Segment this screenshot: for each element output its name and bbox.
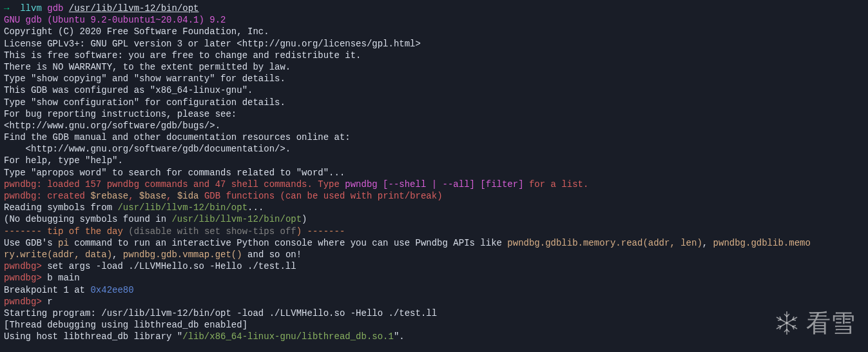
base-fn: $base bbox=[139, 191, 166, 201]
pwndbg-loaded-end: for a list. bbox=[524, 179, 589, 190]
ida-fn: $ida bbox=[177, 191, 199, 201]
pwndbg-created: pwndbg: created $rebase, $base, $ida GDB… bbox=[4, 190, 864, 202]
prompt-line: → llvm gdb /usr/lib/llvm-12/bin/opt bbox=[4, 3, 864, 14]
pwndbg-prompt: pwndbg> bbox=[4, 261, 42, 271]
copyright-4: Type "show copying" and "show warranty" … bbox=[4, 73, 864, 84]
api-vmmap: pwndbg.gdb.vmmap.get() bbox=[123, 249, 242, 260]
cmd-setargs: pwndbg> set args -load ./LLVMHello.so -H… bbox=[4, 260, 864, 272]
prompt-arrow: → bbox=[4, 3, 9, 14]
thread-debug: [Thread debugging using libthread_db ena… bbox=[4, 319, 864, 331]
pwndbg-filter: pwndbg [--shell | --all] [filter] bbox=[345, 179, 523, 190]
pwndbg-prompt: pwndbg> bbox=[4, 297, 42, 307]
pwndbg-label: pwndbg: bbox=[4, 179, 42, 190]
cmd-run: pwndbg> r bbox=[4, 296, 864, 308]
copyright-9: Find the GDB manual and other documentat… bbox=[4, 132, 864, 143]
copyright-8: <http://www.gnu.org/software/gdb/bugs/>. bbox=[4, 120, 864, 132]
symbols-path: /usr/lib/llvm-12/bin/opt bbox=[117, 202, 247, 213]
copyright-13: Type "apropos word" to search for comman… bbox=[4, 167, 864, 179]
copyright-2: This is free software: you are free to c… bbox=[4, 50, 864, 61]
libthread-path: /lib/x86_64-linux-gnu/libthread_db.so.1 bbox=[182, 331, 394, 342]
tip-body-2: ry.write(addr, data), pwndbg.gdb.vmmap.g… bbox=[4, 249, 864, 260]
tip-header: ------- tip of the day (disable with set… bbox=[4, 226, 864, 237]
no-debug-symbols: (No debugging symbols found in /usr/lib/… bbox=[4, 213, 864, 225]
copyright-1: License GPLv3+: GNU GPL version 3 or lat… bbox=[4, 38, 864, 50]
pwndbg-label: pwndbg: bbox=[4, 191, 42, 201]
pi-cmd: pi bbox=[58, 238, 69, 248]
prompt-cmd2: gdb bbox=[47, 3, 63, 14]
prompt-path: /usr/lib/llvm-12/bin/opt bbox=[69, 3, 199, 14]
reading-symbols: Reading symbols from /usr/lib/llvm-12/bi… bbox=[4, 202, 864, 213]
tip-body-1: Use GDB's pi command to run an interacti… bbox=[4, 237, 864, 249]
copyright-7: For bug reporting instructions, please s… bbox=[4, 108, 864, 120]
rebase-fn: $rebase bbox=[90, 191, 128, 201]
breakpoint-line: Breakpoint 1 at 0x42ee80 bbox=[4, 284, 864, 296]
tip-label: tip of the day bbox=[47, 226, 123, 237]
terminal-output[interactable]: → llvm gdb /usr/lib/llvm-12/bin/opt GNU … bbox=[4, 3, 864, 342]
copyright-0: Copyright (C) 2020 Free Software Foundat… bbox=[4, 26, 864, 37]
copyright-10: <http://www.gnu.org/software/gdb/documen… bbox=[4, 143, 864, 155]
pwndbg-loaded: pwndbg: loaded 157 pwndbg commands and 4… bbox=[4, 179, 864, 190]
api-memread: pwndbg.gdblib.memory.read(addr, len) bbox=[507, 238, 702, 248]
copyright-3: There is NO WARRANTY, to the extent perm… bbox=[4, 61, 864, 73]
starting-program: Starting program: /usr/lib/llvm-12/bin/o… bbox=[4, 308, 864, 319]
copyright-6: Type "show configuration" for configurat… bbox=[4, 97, 864, 108]
prompt-cmd1: llvm bbox=[20, 3, 42, 14]
copyright-12: For help, type "help". bbox=[4, 155, 864, 166]
host-lib: Using host libthread_db library "/lib/x8… bbox=[4, 331, 864, 342]
api-memwrite-a: pwndbg.gdblib.memo bbox=[713, 238, 811, 248]
gdb-banner: GNU gdb (Ubuntu 9.2-0ubuntu1~20.04.1) 9.… bbox=[4, 14, 864, 26]
copyright-5: This GDB was configured as "x86_64-linux… bbox=[4, 84, 864, 96]
breakpoint-addr: 0x42ee80 bbox=[90, 285, 133, 295]
tip-disable-cmd: set show-tips off bbox=[204, 226, 296, 237]
pwndbg-loaded-text: loaded 157 pwndbg commands and 47 shell … bbox=[42, 179, 345, 190]
api-memwrite-b: ry.write(addr, data) bbox=[4, 249, 112, 260]
nodebug-path: /usr/lib/llvm-12/bin/opt bbox=[171, 214, 302, 224]
pwndbg-prompt: pwndbg> bbox=[4, 273, 42, 283]
cmd-bmain: pwndbg> b main bbox=[4, 272, 864, 284]
